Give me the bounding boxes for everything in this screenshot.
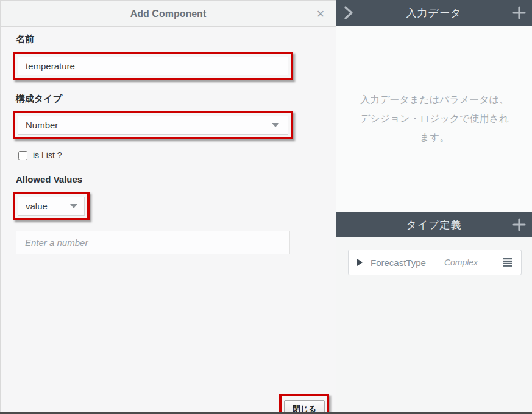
allowed-values-label: Allowed Values bbox=[16, 174, 82, 184]
name-input[interactable] bbox=[18, 57, 288, 75]
number-value-input[interactable] bbox=[16, 231, 290, 254]
highlight-box-config-type: Number bbox=[13, 111, 293, 139]
is-list-row: is List ? bbox=[18, 150, 62, 160]
dropdown-caret-icon bbox=[70, 204, 77, 208]
close-icon[interactable]: × bbox=[313, 1, 328, 27]
type-definitions-body: ForecastType Complex bbox=[336, 237, 532, 414]
highlight-box-allowed-values: value bbox=[13, 192, 90, 220]
highlight-box-name bbox=[13, 52, 293, 80]
input-data-title: 入力データ bbox=[336, 6, 532, 20]
allowed-values-select[interactable]: value bbox=[18, 197, 85, 216]
dropdown-caret-icon bbox=[272, 123, 279, 127]
type-definitions-header: タイプ定義 bbox=[336, 212, 532, 237]
type-definition-row[interactable]: ForecastType Complex bbox=[348, 250, 522, 275]
input-data-header: 入力データ bbox=[336, 0, 532, 26]
dialog-footer: 閉じる bbox=[1, 393, 336, 414]
name-field-label: 名前 bbox=[16, 33, 34, 45]
config-type-selected-value: Number bbox=[26, 120, 58, 130]
right-side-panel: 入力データ 入力データまたはパラメータは、 デシジョン・ロジックで使用され ます… bbox=[336, 0, 532, 414]
type-kind: Complex bbox=[444, 258, 478, 267]
is-list-label: is List ? bbox=[33, 150, 62, 160]
expand-arrow-icon[interactable] bbox=[357, 259, 363, 266]
config-type-select[interactable]: Number bbox=[18, 116, 288, 135]
dialog-title: Add Component bbox=[1, 1, 336, 27]
is-list-checkbox[interactable] bbox=[18, 151, 27, 160]
type-definitions-title: タイプ定義 bbox=[336, 218, 532, 232]
dialog-header: Add Component × bbox=[1, 1, 336, 27]
menu-icon[interactable] bbox=[503, 258, 512, 267]
type-name: ForecastType bbox=[371, 258, 426, 268]
input-data-body: 入力データまたはパラメータは、 デシジョン・ロジックで使用され ます。 bbox=[336, 26, 532, 212]
input-data-empty-message: 入力データまたはパラメータは、 デシジョン・ロジックで使用され ます。 bbox=[343, 90, 526, 147]
add-input-data-icon[interactable] bbox=[510, 0, 528, 26]
allowed-values-selected: value bbox=[26, 201, 48, 211]
highlight-box-close-button: 閉じる bbox=[279, 394, 329, 414]
add-type-definition-icon[interactable] bbox=[510, 212, 528, 237]
add-component-dialog: Add Component × 名前 構成タイプ Number is List … bbox=[0, 0, 336, 414]
config-type-label: 構成タイプ bbox=[16, 93, 62, 105]
